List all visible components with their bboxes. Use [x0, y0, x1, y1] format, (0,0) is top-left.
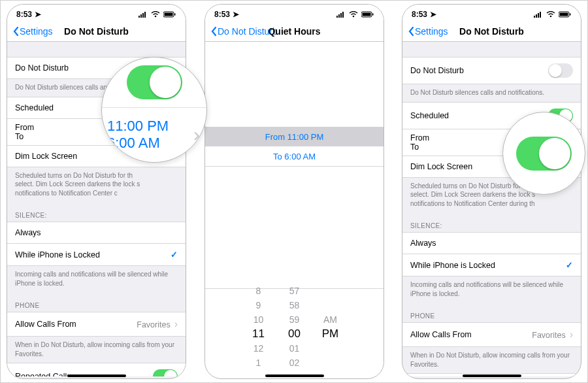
chevron-right-icon: › — [570, 329, 573, 340]
back-label: Settings — [415, 26, 448, 37]
chevron-left-icon — [12, 26, 20, 37]
screen-2-quiet-hours: 8:53➤ Do Not Disturb Quiet Hours From 11… — [204, 4, 384, 379]
battery-icon — [163, 11, 176, 18]
nav-bar: Settings Do Not Disturb — [402, 22, 581, 42]
svg-rect-22 — [560, 13, 568, 16]
status-time: 8:53 — [214, 10, 230, 19]
location-icon: ➤ — [430, 10, 436, 19]
status-time: 8:53 — [412, 10, 427, 19]
zoom-callout-schedule: 11:00 PM 6:00 AM › — [101, 57, 207, 163]
status-time: 8:53 — [16, 10, 32, 19]
svg-rect-1 — [140, 14, 142, 18]
back-label: Settings — [20, 26, 53, 37]
allow-value: Favorites — [532, 331, 565, 340]
phone-header: PHONE — [7, 293, 186, 312]
wifi-icon — [546, 11, 555, 18]
svg-rect-11 — [342, 12, 344, 18]
picker-minute[interactable]: 575859000102 — [276, 284, 312, 370]
wifi-icon — [151, 11, 160, 18]
chevron-left-icon — [210, 26, 218, 37]
status-bar: 8:53➤ — [402, 5, 581, 22]
silence-always-cell[interactable]: Always — [7, 222, 186, 244]
back-button[interactable]: Do Not Disturb — [210, 26, 278, 37]
chevron-right-icon: › — [174, 318, 178, 329]
location-icon: ➤ — [35, 10, 41, 19]
from-row-selected[interactable]: From 11:00 PM — [205, 127, 384, 146]
back-button[interactable]: Settings — [408, 26, 448, 37]
dnd-footer: Do Not Disturb silences calls and notifi… — [402, 84, 581, 103]
silence-always-cell[interactable]: Always — [402, 232, 581, 254]
from-label: From — [410, 133, 429, 142]
always-label: Always — [410, 239, 436, 248]
dnd-label: Do Not Disturb — [15, 63, 69, 73]
svg-rect-16 — [534, 16, 535, 18]
status-bar: 8:53➤ — [7, 5, 186, 22]
svg-rect-19 — [540, 12, 541, 18]
allow-label: Allow Calls From — [15, 320, 76, 329]
back-button[interactable]: Settings — [12, 26, 53, 37]
svg-rect-0 — [139, 16, 140, 18]
allow-label: Allow Calls From — [410, 330, 472, 339]
checkmark-icon: ✓ — [566, 260, 573, 270]
silence-footer: Incoming calls and notifications will be… — [7, 266, 186, 293]
chevron-left-icon — [408, 26, 415, 37]
svg-rect-23 — [570, 14, 571, 16]
to-label: To — [15, 132, 24, 141]
home-indicator[interactable] — [67, 375, 126, 377]
status-bar: 8:53➤ — [205, 5, 384, 22]
nav-bar: Do Not Disturb Quiet Hours — [205, 22, 384, 42]
dnd-toggle[interactable] — [548, 63, 573, 78]
zoom-dim-toggle[interactable] — [516, 137, 572, 171]
chevron-right-icon: › — [193, 124, 200, 146]
locked-label: While iPhone is Locked — [15, 250, 100, 259]
to-row[interactable]: To 6:00 AM — [205, 146, 384, 167]
repeated-toggle[interactable] — [153, 369, 178, 376]
always-label: Always — [15, 228, 41, 237]
checkmark-icon: ✓ — [171, 250, 178, 259]
svg-rect-8 — [336, 16, 338, 18]
svg-rect-3 — [144, 12, 146, 18]
silence-footer: Incoming calls and notifications will be… — [402, 276, 581, 303]
allow-calls-cell[interactable]: Allow Calls From Favorites› — [7, 312, 186, 337]
location-icon: ➤ — [233, 10, 239, 19]
picker-hour[interactable]: 891011121 — [240, 284, 276, 370]
home-indicator[interactable] — [463, 375, 521, 377]
scheduled-label: Scheduled — [410, 111, 449, 120]
signal-icon — [139, 11, 148, 18]
zoom-from-time: 11:00 PM — [107, 118, 169, 135]
dim-label: Dim Lock Screen — [410, 162, 472, 171]
allow-value: Favorites — [137, 320, 170, 329]
home-indicator[interactable] — [265, 375, 324, 377]
signal-icon — [534, 11, 543, 18]
to-label: To — [410, 142, 419, 152]
silence-header: SILENCE: — [7, 203, 186, 222]
dnd-toggle-cell[interactable]: Do Not Disturb — [402, 57, 581, 84]
dnd-label: Do Not Disturb — [410, 66, 464, 75]
svg-point-12 — [353, 16, 355, 18]
dim-label: Dim Lock Screen — [15, 152, 77, 161]
svg-point-20 — [550, 16, 552, 18]
signal-icon — [336, 11, 346, 18]
svg-rect-15 — [372, 14, 374, 16]
svg-rect-7 — [174, 14, 176, 16]
wifi-icon — [349, 11, 358, 18]
nav-bar: Settings Do Not Disturb — [7, 22, 186, 42]
scheduled-label: Scheduled — [15, 103, 54, 112]
locked-label: While iPhone is Locked — [410, 261, 495, 270]
allow-calls-cell[interactable]: Allow Calls From Favorites› — [402, 322, 581, 347]
silence-header: SILENCE: — [402, 213, 581, 233]
svg-point-4 — [155, 16, 157, 18]
svg-rect-14 — [363, 13, 371, 16]
picker-ampm[interactable]: AMPM — [312, 312, 348, 341]
time-picker[interactable]: 891011121 575859000102 AMPM — [205, 288, 384, 364]
silence-locked-cell[interactable]: While iPhone is Locked ✓ — [7, 243, 186, 266]
zoom-scheduled-toggle[interactable] — [127, 65, 182, 99]
phone-header: PHONE — [402, 303, 581, 323]
silence-locked-cell[interactable]: While iPhone is Locked ✓ — [402, 254, 581, 276]
battery-icon — [361, 11, 374, 18]
repeated-label: Repeated Calls — [15, 372, 71, 376]
battery-icon — [559, 11, 572, 18]
svg-rect-17 — [536, 14, 537, 18]
svg-rect-10 — [340, 13, 342, 18]
from-label: From — [15, 123, 34, 132]
